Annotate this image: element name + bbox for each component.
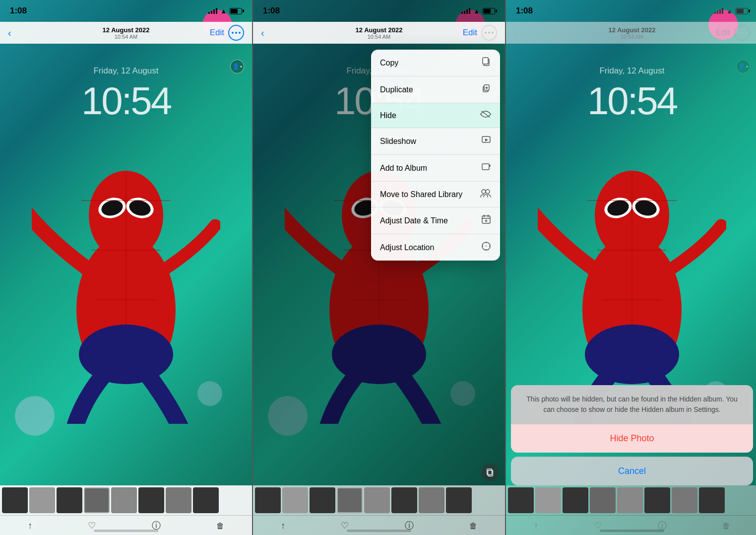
share-icon-1[interactable] <box>28 520 32 531</box>
thumb-2-selected[interactable] <box>337 487 363 513</box>
hide-label: Hide <box>380 111 396 120</box>
photo-strip-1 <box>0 485 252 515</box>
panel-3: Friday, 12 August 10:54 1:08 ▲ ‹ 12 Augu… <box>506 0 756 535</box>
thumb-3-2[interactable] <box>535 487 561 513</box>
status-bar-1: 1:08 ▲ <box>0 0 252 22</box>
dialog-message: This photo will be hidden, but can be fo… <box>511 385 753 424</box>
bottom-toolbar-1 <box>0 485 252 535</box>
status-icons-1: ▲ <box>208 7 242 15</box>
wallpaper-time-3: 10:54 <box>516 78 748 124</box>
thumb-2[interactable] <box>29 487 55 513</box>
thumb-2-1[interactable] <box>255 487 281 513</box>
confirmation-dialog: This photo will be hidden, but can be fo… <box>511 385 753 485</box>
slideshow-icon <box>481 135 491 147</box>
thumb-2-7[interactable] <box>446 487 472 513</box>
adjust-location-icon <box>481 241 491 254</box>
thumb-2-6[interactable] <box>419 487 444 513</box>
spiderman-svg-3 <box>538 101 726 424</box>
menu-item-shared-library[interactable]: Move to Shared Library <box>371 182 500 207</box>
menu-item-adjust-datetime[interactable]: Adjust Date & Time <box>371 207 500 234</box>
menu-item-add-album[interactable]: Add to Album <box>371 155 500 182</box>
signal-icon-3 <box>714 8 723 14</box>
nav-date-2: 12 August 2022 <box>356 26 403 34</box>
wifi-icon-3: ▲ <box>726 7 733 15</box>
thumb-3-5[interactable] <box>617 487 643 513</box>
shared-library-label: Move to Shared Library <box>380 190 462 199</box>
nav-title-2: 12 August 2022 10:54 AM <box>356 26 403 40</box>
signal-bar-3 <box>213 9 215 14</box>
thumb-6[interactable] <box>166 487 191 513</box>
menu-item-hide[interactable]: Hide <box>371 103 500 128</box>
home-indicator-1 <box>94 530 158 532</box>
hide-photo-button[interactable]: Hide Photo <box>511 424 753 453</box>
thumb-3-6[interactable] <box>644 487 670 513</box>
avatar-3[interactable]: 👤 ▾ <box>736 60 750 73</box>
thumb-3-7[interactable] <box>672 487 697 513</box>
thumb-selected-1[interactable] <box>84 487 110 513</box>
back-chevron-3[interactable]: ‹ <box>514 27 517 39</box>
thumb-7[interactable] <box>193 487 219 513</box>
thumb-5[interactable] <box>138 487 164 513</box>
spiderman-svg <box>32 101 220 424</box>
status-icons-2: ▲ <box>461 7 495 15</box>
thumb-3-4[interactable] <box>590 487 616 513</box>
three-dots-3 <box>738 32 747 34</box>
thumb-3[interactable] <box>57 487 82 513</box>
context-menu: Copy Duplicate Hide <box>371 50 500 261</box>
menu-item-duplicate[interactable]: Duplicate <box>371 76 500 103</box>
thumb-2-5[interactable] <box>391 487 417 513</box>
add-album-icon <box>481 162 491 174</box>
menu-item-slideshow[interactable]: Slideshow <box>371 128 500 155</box>
thumb-2-3[interactable] <box>310 487 335 513</box>
panel-1: Friday, 12 August 10:54 1:08 ▲ ‹ 12 Augu… <box>0 0 252 535</box>
bottom-area-3 <box>506 485 756 535</box>
back-chevron-2[interactable]: ‹ <box>261 27 264 39</box>
battery-fill-1 <box>231 9 238 13</box>
share-icon-3[interactable] <box>534 520 538 531</box>
svg-point-64 <box>585 325 679 384</box>
thumb-3-8[interactable] <box>699 487 725 513</box>
menu-item-copy[interactable]: Copy <box>371 50 500 76</box>
nav-right-3: Edit <box>716 25 750 41</box>
home-indicator-2 <box>347 530 411 532</box>
trash-icon-1[interactable] <box>216 520 224 531</box>
thumb-3-3[interactable] <box>563 487 588 513</box>
trash-icon-2[interactable] <box>469 520 477 531</box>
copy-btn-2[interactable] <box>481 464 499 481</box>
signal-bar-1 <box>208 12 210 14</box>
thumb-2-4[interactable] <box>364 487 390 513</box>
edit-button-1[interactable]: Edit <box>210 28 224 38</box>
copy-label: Copy <box>380 59 398 67</box>
duplicate-icon <box>481 83 491 96</box>
signal-icon-2 <box>461 8 470 14</box>
svg-point-39 <box>486 190 490 194</box>
photo-strip-3 <box>506 485 756 515</box>
menu-item-adjust-location[interactable]: Adjust Location <box>371 234 500 261</box>
adjust-location-label: Adjust Location <box>380 243 434 252</box>
back-chevron-1[interactable]: ‹ <box>8 27 11 39</box>
thumb-4[interactable] <box>111 487 137 513</box>
avatar-1[interactable]: 👤 ▾ <box>230 60 244 73</box>
nav-bar-1: ‹ 12 August 2022 10:54 AM Edit <box>0 22 252 44</box>
thumb-2-2[interactable] <box>282 487 308 513</box>
edit-button-2[interactable]: Edit <box>463 28 477 38</box>
share-icon-2[interactable] <box>281 520 285 531</box>
edit-button-3[interactable]: Edit <box>716 28 730 38</box>
svg-rect-53 <box>487 469 492 475</box>
signal-bar-4 <box>216 8 217 14</box>
three-dots-2 <box>485 32 494 34</box>
action-bar-3 <box>506 515 756 535</box>
action-bar-1 <box>0 515 252 535</box>
add-album-label: Add to Album <box>380 164 427 173</box>
cancel-button[interactable]: Cancel <box>511 457 753 485</box>
more-button-1[interactable] <box>228 25 244 41</box>
person-icon-3: 👤 <box>738 63 746 70</box>
three-dots-1 <box>232 32 241 34</box>
status-time-1: 1:08 <box>10 6 27 16</box>
svg-point-10 <box>79 325 173 384</box>
trash-icon-3[interactable] <box>722 520 730 531</box>
thumb-3-1[interactable] <box>508 487 534 513</box>
thumb-1[interactable] <box>2 487 28 513</box>
battery-icon-3 <box>736 8 748 14</box>
nav-date-3: 12 August 2022 <box>609 26 656 34</box>
